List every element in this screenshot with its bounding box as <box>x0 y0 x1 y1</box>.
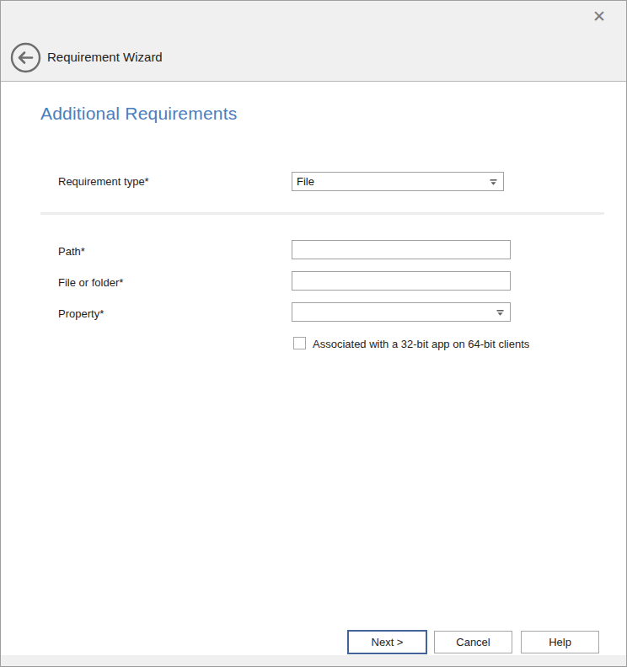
property-dropdown[interactable] <box>292 302 511 322</box>
close-icon: ✕ <box>592 8 606 25</box>
page-title: Additional Requirements <box>40 104 237 124</box>
requirement-type-value: File <box>297 175 314 188</box>
section-divider <box>40 212 604 215</box>
chevron-down-icon <box>496 305 505 320</box>
associated-32bit-checkbox[interactable] <box>293 337 306 349</box>
file-or-folder-label: File or folder* <box>58 276 123 289</box>
wizard-header: ✕ Requirement Wizard <box>1 1 626 82</box>
back-arrow-icon <box>10 63 41 76</box>
path-input[interactable] <box>292 240 511 259</box>
wizard-title: Requirement Wizard <box>47 50 163 64</box>
back-button[interactable] <box>10 42 41 73</box>
associated-32bit-checkbox-label: Associated with a 32-bit app on 64-bit c… <box>313 338 529 350</box>
wizard-window: ✕ Requirement Wizard Additional Requirem… <box>0 0 627 667</box>
cancel-button[interactable]: Cancel <box>434 631 512 653</box>
requirement-wizard-dialog: ✕ Requirement Wizard Additional Requirem… <box>0 0 627 672</box>
requirement-type-label: Requirement type* <box>58 175 149 188</box>
close-button[interactable]: ✕ <box>587 6 611 28</box>
path-label: Path* <box>58 245 85 258</box>
chevron-down-icon <box>489 174 498 189</box>
help-button[interactable]: Help <box>521 631 599 653</box>
window-resize-strip <box>1 655 626 666</box>
file-or-folder-input[interactable] <box>292 271 511 291</box>
next-button[interactable]: Next > <box>347 630 427 654</box>
requirement-type-dropdown[interactable]: File <box>292 172 504 191</box>
property-label: Property* <box>58 307 104 320</box>
